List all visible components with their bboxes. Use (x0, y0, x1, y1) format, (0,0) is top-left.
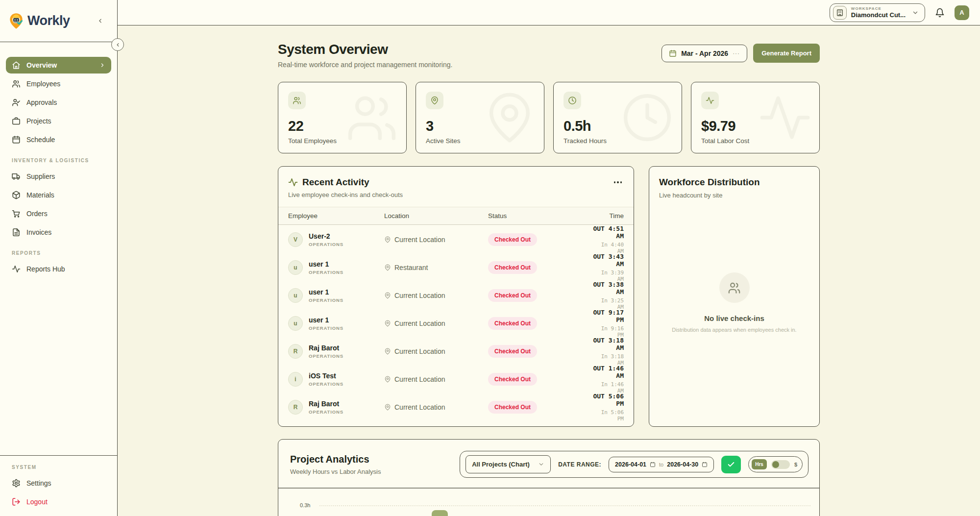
logo-bar: Workly (0, 0, 117, 42)
toggle-knob (772, 461, 779, 468)
sidebar-item-orders[interactable]: Orders (6, 205, 111, 222)
sidebar-item-invoices[interactable]: Invoices (6, 224, 111, 241)
empty-state-caption: Distribution data appears when employees… (672, 327, 796, 333)
recent-activity-subtitle: Live employee check-ins and check-outs (288, 191, 624, 198)
recent-activity-title: Recent Activity (302, 177, 369, 188)
sidebar-nav: Overview Employees Approvals Projects Sc… (0, 42, 117, 455)
location-text: Current Location (394, 236, 445, 244)
check-icon (727, 461, 735, 468)
gridline (319, 505, 810, 506)
stat-icon-badge (288, 92, 306, 109)
gear-icon (12, 479, 21, 488)
avatar: V (288, 232, 303, 247)
location-text: Restaurant (394, 264, 428, 271)
chevron-left-icon (115, 42, 121, 48)
users-icon (293, 96, 301, 105)
employee-name: Raj Barot (309, 400, 343, 408)
chevron-left-icon (97, 18, 103, 24)
stat-card-total-employees: 22 Total Employees (278, 82, 407, 153)
map-pin-icon (430, 96, 439, 105)
calendar-icon[interactable] (702, 462, 708, 467)
column-header-status: Status (488, 212, 593, 220)
column-header-location: Location (384, 212, 488, 220)
avatar: R (288, 400, 303, 415)
map-pin-icon (384, 264, 391, 271)
sidebar-collapse-chevron[interactable] (97, 18, 103, 24)
sidebar-item-label: Materials (26, 191, 54, 199)
table-row: RRaj BarotOPERATIONS Current Location Ch… (278, 393, 634, 420)
sidebar-item-label: Suppliers (26, 172, 55, 180)
column-header-employee: Employee (288, 212, 384, 220)
project-filter-select[interactable]: All Projects (Chart) (466, 455, 551, 473)
sidebar-item-label: Orders (26, 210, 48, 218)
location-text: Current Location (394, 292, 445, 299)
date-range-label: DATE RANGE: (558, 461, 601, 468)
bell-icon[interactable] (935, 8, 945, 18)
stats-row: 22 Total Employees 3 Active Sites (278, 82, 820, 153)
checkout-time: OUT 1:46 AM (593, 365, 624, 379)
sidebar-item-suppliers[interactable]: Suppliers (6, 168, 111, 185)
status-badge: Checked Out (488, 317, 537, 330)
date-to-input[interactable]: 2026-04-30 (667, 461, 698, 468)
stat-icon-badge (426, 92, 443, 109)
sidebar-footer: SYSTEM Settings Logout (0, 455, 117, 516)
truck-icon (12, 172, 21, 181)
users-icon (728, 281, 741, 295)
sidebar-section-heading: INVENTORY & LOGISTICS (12, 158, 105, 163)
stat-card-tracked-hours: 0.5h Tracked Hours (553, 82, 682, 153)
stat-card-total-labor-cost: $9.79 Total Labor Cost (691, 82, 820, 153)
sidebar-item-employees[interactable]: Employees (6, 75, 111, 92)
employee-name: Raj Barot (309, 344, 343, 352)
analytics-chart: 0.3h (278, 488, 819, 516)
location-text: Current Location (394, 375, 445, 383)
sidebar-item-logout[interactable]: Logout (6, 493, 111, 510)
logout-icon (12, 497, 21, 506)
sidebar-item-projects[interactable]: Projects (6, 113, 111, 129)
sidebar-collapse-button[interactable] (111, 38, 124, 51)
clock-icon (568, 96, 577, 105)
sidebar-item-schedule[interactable]: Schedule (6, 131, 111, 148)
employee-department: OPERATIONS (309, 325, 343, 331)
user-avatar[interactable]: A (955, 5, 969, 20)
status-badge: Checked Out (488, 233, 537, 246)
ellipsis-icon: ··· (733, 50, 740, 57)
apply-date-range-button[interactable] (721, 456, 741, 473)
employee-department: OPERATIONS (309, 242, 343, 247)
calendar-icon (669, 49, 677, 57)
map-pin-icon (384, 320, 391, 327)
sidebar-item-label: Invoices (26, 228, 51, 236)
sidebar-item-materials[interactable]: Materials (6, 187, 111, 203)
toggle-switch[interactable] (771, 460, 790, 469)
checkout-time: OUT 3:38 AM (593, 281, 624, 295)
project-analytics-subtitle: Weekly Hours vs Labor Analysis (290, 468, 381, 475)
more-options-icon[interactable] (612, 179, 624, 185)
topbar: WORKSPACE Diamondcut Cut... A (118, 0, 980, 25)
employee-department: OPERATIONS (309, 381, 343, 387)
workspace-name: Diamondcut Cut... (851, 11, 906, 19)
map-pin-icon (384, 348, 391, 355)
employee-name: user 1 (309, 316, 343, 324)
calendar-icon[interactable] (650, 462, 656, 467)
brand-wordmark: Workly (27, 13, 70, 28)
sidebar-item-label: Schedule (26, 136, 55, 144)
sidebar-item-reports-hub[interactable]: Reports Hub (6, 261, 111, 277)
sidebar-item-overview[interactable]: Overview (6, 57, 111, 74)
date-from-input[interactable]: 2026-04-01 (615, 461, 646, 468)
hours-chip[interactable]: Hrs (752, 459, 767, 469)
users-icon (12, 79, 21, 88)
location-text: Current Location (394, 319, 445, 327)
date-range-selector[interactable]: Mar - Apr 2026 ··· (662, 45, 747, 62)
sidebar-section-heading: REPORTS (12, 250, 105, 256)
employee-name: user 1 (309, 288, 343, 296)
table-row: uuser 1OPERATIONS Restaurant Checked Out… (278, 253, 634, 281)
sidebar-item-settings[interactable]: Settings (6, 475, 111, 491)
employee-name: User-2 (309, 232, 343, 240)
stat-card-active-sites: 3 Active Sites (416, 82, 544, 153)
table-row: RRaj BarotOPERATIONS Current Location Ch… (278, 337, 634, 365)
map-pin-icon (384, 236, 391, 243)
map-pin-icon (384, 376, 391, 383)
generate-report-button[interactable]: Generate Report (753, 44, 820, 63)
dollar-label[interactable]: $ (794, 462, 797, 467)
workspace-selector[interactable]: WORKSPACE Diamondcut Cut... (830, 3, 925, 22)
sidebar-item-approvals[interactable]: Approvals (6, 94, 111, 111)
